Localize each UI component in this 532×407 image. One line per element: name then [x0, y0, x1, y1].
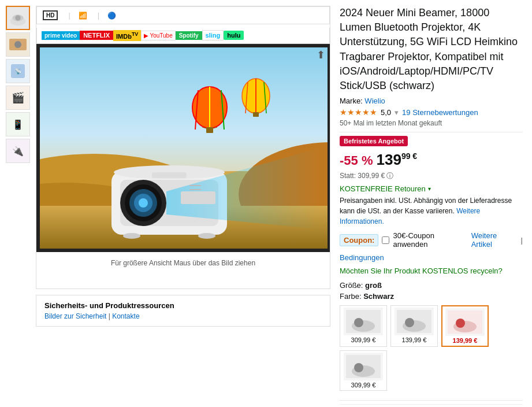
youtube-badge: ▶YouTube	[141, 31, 175, 40]
coupon-text: 30€-Coupon anwenden	[393, 231, 467, 249]
info-icon[interactable]: ⓘ	[386, 172, 393, 180]
free-return-text: KOSTENFREIE Retouren	[340, 184, 426, 193]
variant-1[interactable]: 309,99 €	[340, 305, 387, 347]
thumbnail-6[interactable]: 🔌	[6, 139, 30, 163]
brand-row: Marke: Wielio	[340, 97, 523, 105]
variant-2-price: 139,99 €	[402, 336, 427, 343]
prime-badge: prime video	[42, 31, 80, 40]
safety-title: Sicherheits- und Produktressourcen	[44, 301, 322, 310]
svg-text:🔌: 🔌	[12, 146, 24, 157]
svg-rect-27	[206, 127, 213, 133]
rating-row: ★★★★★ 5,0 ▾ 19 Sternebewertungen	[340, 108, 523, 117]
thumbnail-1[interactable]	[6, 6, 30, 30]
youtube-play-icon: ▶	[144, 32, 148, 39]
spec-table: Marke Wielio Empfohlene Anwendungen für …	[340, 404, 523, 407]
brand-link[interactable]: Wielio	[364, 97, 385, 105]
svg-point-44	[139, 198, 148, 208]
svg-point-64	[354, 363, 363, 372]
imdb-badge: IMDbTV	[113, 30, 141, 41]
svg-point-51	[198, 233, 215, 239]
coupon-row2: Bedingungen	[340, 253, 523, 262]
coupon-label: Coupon:	[340, 234, 378, 246]
share-icon[interactable]: ⬆	[317, 49, 325, 61]
safety-contacts-link[interactable]: Kontakte	[112, 312, 139, 320]
variant-4-image	[344, 353, 383, 380]
color-row: Farbe: Schwarz	[340, 292, 523, 301]
svg-rect-52	[181, 191, 215, 204]
svg-point-3	[15, 15, 21, 21]
main-image-area: HD | 📶 | 🔵 prime video NETFLIX IMDbTV	[36, 6, 330, 407]
streaming-bar: prime video NETFLIX IMDbTV ▶YouTube Spot…	[36, 28, 330, 44]
coupon-conditions-link[interactable]: Bedingungen	[340, 253, 384, 262]
price-sup: 99 €	[401, 151, 417, 161]
size-row: Größe: groß	[340, 281, 523, 290]
bluetooth-icon: 🔵	[107, 12, 116, 20]
size-value: groß	[365, 281, 382, 290]
svg-point-61	[456, 319, 465, 328]
variant-3-image	[445, 308, 485, 336]
coupon-checkbox[interactable]	[382, 236, 389, 244]
review-count[interactable]: 19 Sternebewertungen	[402, 108, 478, 117]
netflix-badge: NETFLIX	[80, 31, 113, 40]
variant-1-image	[344, 308, 383, 335]
coupon-more-link[interactable]: Weitere Artikel	[471, 231, 518, 249]
svg-rect-35	[253, 112, 259, 117]
variant-4[interactable]: 309,99 €	[340, 350, 387, 391]
svg-text:📡: 📡	[14, 68, 22, 75]
spec-label-marke: Marke	[340, 405, 421, 407]
svg-point-55	[354, 318, 363, 327]
coupon-sep: |	[521, 236, 523, 245]
variant-grid: 309,99 € 139,99 € 139,99 € 309,99 €	[340, 305, 523, 391]
current-price: 13999 €	[376, 151, 417, 169]
variant-4-price: 309,99 €	[351, 382, 376, 388]
discount-percentage: -55 %	[340, 153, 373, 168]
chevron-down-icon: ▾	[428, 186, 431, 192]
variant-2[interactable]: 139,99 €	[390, 305, 438, 347]
svg-point-58	[405, 318, 414, 327]
svg-point-50	[123, 233, 140, 239]
rating-number: 5,0	[381, 108, 391, 117]
brand-label: Marke:	[340, 97, 363, 105]
feature-bar: HD | 📶 | 🔵	[36, 6, 330, 24]
product-svg	[36, 44, 330, 252]
purchase-count: 50+ Mal im letzten Monat gekauft	[340, 119, 523, 127]
stars: ★★★★★	[340, 108, 377, 117]
price-main: 139	[376, 151, 401, 168]
hulu-badge: hulu	[224, 31, 244, 40]
coupon-row: Coupon: 30€-Coupon anwenden Weitere Arti…	[340, 231, 523, 249]
variant-3[interactable]: 139,99 €	[441, 305, 489, 347]
variant-3-price: 139,99 €	[453, 337, 478, 344]
free-return[interactable]: KOSTENFREIE Retouren ▾	[340, 184, 523, 193]
divider-2	[340, 400, 523, 401]
thumbnail-3[interactable]: 📡	[6, 59, 30, 83]
price-row: -55 % 13999 €	[340, 151, 523, 169]
svg-rect-49	[152, 172, 187, 178]
sep2: |	[98, 11, 99, 20]
main-image-wrapper: HD | 📶 | 🔵 prime video NETFLIX IMDbTV	[36, 6, 330, 289]
spec-row-marke: Marke Wielio	[340, 405, 523, 407]
variant-2-image	[395, 308, 434, 335]
product-title: 2024 Neuer Mini Beamer, 18000 Lumen Blue…	[340, 6, 523, 93]
wifi-badge: 📶	[79, 12, 90, 20]
thumbnail-4[interactable]: 🎬	[6, 86, 30, 110]
hd-badge: HD	[43, 10, 60, 20]
image-caption: Für größere Ansicht Maus über das Bild z…	[36, 256, 330, 269]
divider-1	[340, 132, 523, 132]
original-price: Statt: 309,99 € ⓘ	[340, 171, 523, 181]
hd-label: HD	[43, 10, 58, 20]
recycle-link[interactable]: Möchten Sie Ihr Produkt KOSTENLOS recyce…	[340, 267, 523, 275]
safety-images-link[interactable]: Bilder zur Sicherheit	[44, 312, 106, 320]
sling-badge: sling	[202, 30, 224, 40]
spec-value-marke: Wielio	[421, 405, 523, 407]
color-value: Schwarz	[363, 292, 394, 301]
product-image: ⬆	[36, 44, 330, 252]
limited-offer-badge: Befristetes Angebot	[340, 136, 408, 146]
svg-point-6	[14, 41, 21, 48]
thumbnail-5[interactable]: 📱	[6, 112, 30, 136]
sep1: |	[68, 11, 70, 20]
thumbnail-2[interactable]	[6, 32, 30, 57]
safety-links: Bilder zur Sicherheit | Kontakte	[44, 312, 322, 320]
svg-text:📱: 📱	[12, 119, 24, 130]
shipping-info: Preisangaben inkl. USt. Abhängig von der…	[340, 195, 523, 227]
variant-1-price: 309,99 €	[351, 336, 376, 343]
